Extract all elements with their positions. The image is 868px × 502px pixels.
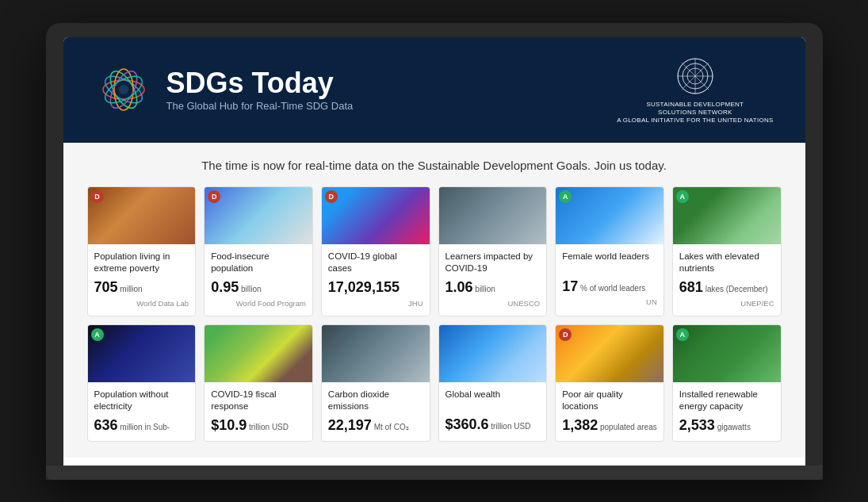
card-unit: populated areas bbox=[598, 423, 657, 431]
card-value: 0.95 billion bbox=[211, 280, 306, 296]
card-body: COVID-19 global cases17,029,155JHU bbox=[322, 244, 430, 316]
card-image: D bbox=[88, 187, 196, 244]
card-badge: D bbox=[559, 328, 572, 341]
header: SDGs Today The Global Hub for Real-Time … bbox=[63, 37, 805, 143]
app-title: SDGs Today bbox=[166, 67, 354, 99]
card-image bbox=[205, 325, 312, 382]
card-item[interactable]: AInstalled renewable energy capacity2,53… bbox=[672, 324, 782, 443]
card-image bbox=[322, 325, 430, 382]
card-body: Learners impacted by COVID-191.06 billio… bbox=[439, 244, 547, 316]
card-item[interactable]: AFemale world leaders17 % of world leade… bbox=[555, 186, 664, 316]
card-unit: trillion USD bbox=[247, 423, 289, 431]
card-body: Poor air quality locations1,382 populate… bbox=[556, 382, 663, 442]
card-title: COVID-19 global cases bbox=[328, 251, 423, 275]
card-badge: D bbox=[91, 190, 104, 203]
card-item[interactable]: DFood-insecure population0.95 billionWor… bbox=[204, 186, 313, 316]
laptop-base bbox=[46, 466, 823, 480]
card-title: Population without electricity bbox=[94, 389, 189, 413]
card-number: 681 bbox=[679, 279, 703, 295]
cards-row-1: DPopulation living in extreme poverty705… bbox=[87, 186, 782, 316]
card-number: 705 bbox=[94, 279, 118, 295]
card-value: 22,197 Mt of CO₂ bbox=[328, 418, 423, 434]
card-unit: million in Sub- bbox=[118, 423, 170, 431]
card-value: 705 million bbox=[94, 280, 189, 296]
card-item[interactable]: APopulation without electricity636 milli… bbox=[87, 324, 197, 443]
sdsn-label: SUSTAINABLE DEVELOPMENTSOLUTIONS NETWORK… bbox=[617, 101, 773, 125]
sdsn-branding: SUSTAINABLE DEVELOPMENTSOLUTIONS NETWORK… bbox=[617, 55, 773, 125]
card-body: Food-insecure population0.95 billionWorl… bbox=[205, 244, 312, 316]
tagline-text: The time is now for real-time data on th… bbox=[87, 159, 782, 172]
svg-point-6 bbox=[119, 85, 128, 94]
card-value: 681 lakes (December) bbox=[679, 280, 774, 296]
card-image: A bbox=[88, 325, 196, 382]
card-source: World Food Program bbox=[211, 299, 306, 308]
sdg-logo bbox=[95, 61, 152, 118]
card-image bbox=[439, 187, 547, 244]
card-badge: D bbox=[325, 190, 338, 203]
card-source: UNEP/EC bbox=[679, 299, 774, 308]
card-image: D bbox=[205, 187, 312, 244]
card-value: 2,533 gigawatts bbox=[679, 418, 774, 434]
card-title: Global wealth bbox=[445, 389, 541, 412]
card-title: Learners impacted by COVID-19 bbox=[445, 251, 541, 275]
card-number: 1.06 bbox=[445, 279, 473, 295]
card-item[interactable]: DPopulation living in extreme poverty705… bbox=[87, 186, 197, 316]
title-block: SDGs Today The Global Hub for Real-Time … bbox=[166, 67, 354, 113]
card-source: JHU bbox=[328, 299, 423, 308]
card-number: 22,197 bbox=[328, 417, 372, 433]
card-unit: % of world leaders bbox=[578, 284, 645, 293]
card-unit: billion bbox=[473, 285, 495, 293]
card-number: 636 bbox=[94, 417, 118, 433]
card-body: Population living in extreme poverty705 … bbox=[88, 244, 196, 316]
card-badge: A bbox=[559, 190, 572, 203]
cards-row-2: APopulation without electricity636 milli… bbox=[87, 324, 782, 443]
card-unit: lakes (December) bbox=[703, 285, 768, 293]
card-image bbox=[439, 325, 547, 382]
card-number: 0.95 bbox=[211, 279, 239, 295]
card-body: Global wealth$360.6 trillion USD bbox=[439, 382, 547, 441]
card-image: A bbox=[556, 187, 663, 244]
card-title: Lakes with elevated nutrients bbox=[679, 251, 774, 275]
card-title: Food-insecure population bbox=[211, 251, 306, 275]
card-value: 17 % of world leaders bbox=[562, 279, 657, 295]
card-value: 1.06 billion bbox=[445, 280, 541, 296]
card-item[interactable]: DCOVID-19 global cases17,029,155JHU bbox=[321, 186, 430, 316]
card-value: 636 million in Sub- bbox=[94, 418, 189, 434]
card-value: $360.6 trillion USD bbox=[445, 417, 541, 433]
card-image: D bbox=[556, 325, 663, 382]
card-item[interactable]: ALakes with elevated nutrients681 lakes … bbox=[672, 186, 782, 316]
card-badge: A bbox=[676, 328, 689, 341]
card-unit: million bbox=[118, 285, 143, 293]
card-item[interactable]: Carbon dioxide emissions22,197 Mt of CO₂ bbox=[321, 324, 430, 443]
card-source: World Data Lab bbox=[94, 299, 189, 308]
card-item[interactable]: Global wealth$360.6 trillion USD bbox=[438, 324, 548, 443]
laptop-container: SDGs Today The Global Hub for Real-Time … bbox=[46, 23, 823, 480]
screen: SDGs Today The Global Hub for Real-Time … bbox=[63, 37, 805, 466]
card-title: Installed renewable energy capacity bbox=[679, 389, 774, 413]
card-body: Population without electricity636 millio… bbox=[88, 382, 196, 442]
card-source: UNESCO bbox=[445, 299, 541, 308]
card-title: Carbon dioxide emissions bbox=[328, 389, 423, 413]
card-unit: trillion USD bbox=[489, 422, 531, 431]
card-number: 17,029,155 bbox=[328, 279, 400, 295]
card-title: COVID-19 fiscal response bbox=[211, 389, 306, 413]
card-value: $10.9 trillion USD bbox=[211, 418, 306, 434]
card-body: COVID-19 fiscal response$10.9 trillion U… bbox=[205, 382, 312, 442]
card-number: 2,533 bbox=[679, 417, 715, 433]
card-source: UN bbox=[562, 297, 657, 306]
card-body: Female world leaders17 % of world leader… bbox=[556, 244, 663, 315]
card-title: Population living in extreme poverty bbox=[94, 251, 189, 275]
card-item[interactable]: Learners impacted by COVID-191.06 billio… bbox=[438, 186, 548, 316]
card-unit: gigawatts bbox=[715, 423, 751, 431]
header-left: SDGs Today The Global Hub for Real-Time … bbox=[95, 61, 354, 118]
card-number: 17 bbox=[562, 278, 578, 294]
card-number: $360.6 bbox=[445, 416, 489, 432]
card-image: A bbox=[673, 325, 781, 382]
card-body: Carbon dioxide emissions22,197 Mt of CO₂ bbox=[322, 382, 430, 442]
card-number: $10.9 bbox=[211, 417, 247, 433]
card-number: 1,382 bbox=[562, 417, 598, 433]
card-badge: D bbox=[208, 190, 220, 203]
card-title: Female world leaders bbox=[562, 251, 657, 274]
card-item[interactable]: COVID-19 fiscal response$10.9 trillion U… bbox=[204, 324, 313, 443]
card-item[interactable]: DPoor air quality locations1,382 populat… bbox=[555, 324, 664, 443]
